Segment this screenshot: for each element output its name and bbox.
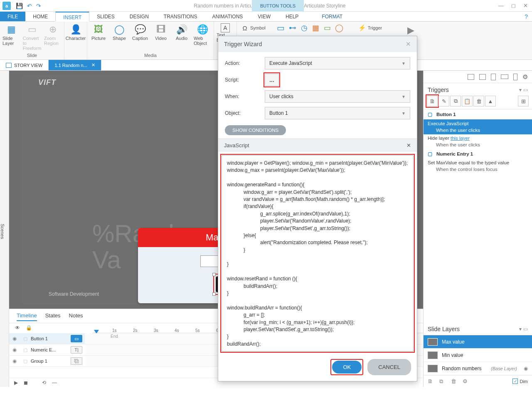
tab-slide-1-1[interactable]: 1.1 Random n...✕ xyxy=(49,60,101,70)
delete-trigger-button[interactable]: 🗑 xyxy=(473,96,484,106)
tab-story-view[interactable]: STORY VIEW xyxy=(0,60,49,70)
close-tab-icon[interactable]: ✕ xyxy=(91,62,95,68)
tool-zoom-region[interactable]: ⊕Zoom Region xyxy=(44,23,62,46)
tool-trigger[interactable]: ⚡Trigger xyxy=(359,24,382,32)
layer-base[interactable]: Random numbers(Base Layer)◉ xyxy=(424,362,532,375)
tool-picture[interactable]: 🖼Picture xyxy=(90,23,107,41)
close-section-icon[interactable]: ✕ xyxy=(406,142,411,148)
tablet-portrait-icon[interactable] xyxy=(491,74,496,80)
panel-menu-icon[interactable]: ▭ xyxy=(523,87,528,93)
resize-handle[interactable] xyxy=(212,273,216,276)
duplicate-layer-button[interactable]: ⧉ xyxy=(439,378,448,385)
phone-portrait-icon[interactable] xyxy=(513,74,517,80)
trigger-action-set-max[interactable]: Set MaxValue equal to the typed value xyxy=(424,159,532,166)
trigger-condition[interactable]: When the user clicks xyxy=(424,127,532,134)
close-dialog-icon[interactable]: ✕ xyxy=(406,40,411,48)
minimize-icon[interactable]: — xyxy=(498,2,504,9)
zoom-out-icon[interactable]: — xyxy=(52,380,57,386)
edit-script-button[interactable]: ... xyxy=(265,74,279,86)
tab-notes[interactable]: Notes xyxy=(69,312,83,321)
tool-character[interactable]: 👤Character xyxy=(67,23,84,41)
paste-trigger-button[interactable]: 📋 xyxy=(462,96,473,106)
trigger-action-exec-js[interactable]: Execute JavaScript xyxy=(424,119,532,127)
layer-min-value[interactable]: Min value xyxy=(424,349,532,362)
context-tab-button-tools[interactable]: BUTTON TOOLS xyxy=(252,0,304,12)
tool-video[interactable]: 🎞Video xyxy=(152,23,170,41)
visibility-toggle[interactable]: ◉ xyxy=(9,347,20,353)
visibility-toggle[interactable]: ◉ xyxy=(9,358,20,364)
button-icon[interactable]: ▭ xyxy=(277,24,285,32)
trigger-object-button1[interactable]: Button 1 xyxy=(424,109,532,119)
tab-slides[interactable]: SLIDES xyxy=(89,12,122,21)
tool-audio[interactable]: 🔊Audio xyxy=(173,23,190,41)
tab-animations[interactable]: ANIMATIONS xyxy=(205,12,251,21)
scenes-panel-collapsed[interactable]: Scenes xyxy=(0,71,9,387)
collapse-icon[interactable]: ▾ xyxy=(519,87,522,93)
tab-states[interactable]: States xyxy=(45,312,61,321)
this-layer-link[interactable]: this layer xyxy=(451,136,470,141)
visibility-toggle[interactable]: ◉ xyxy=(9,336,20,342)
delete-layer-button[interactable]: 🗑 xyxy=(451,378,459,384)
trigger-action-hide-layer[interactable]: Hide layer this layer xyxy=(424,134,532,141)
lock-toggle[interactable]: ▢ xyxy=(20,359,31,364)
tool-shape[interactable]: ◯Shape xyxy=(111,23,128,41)
eye-icon[interactable]: ◉ xyxy=(524,366,528,371)
tab-home[interactable]: HOME xyxy=(25,12,55,21)
tab-view[interactable]: VIEW xyxy=(250,12,278,21)
dim-checkbox[interactable]: ✓ xyxy=(512,379,518,384)
tab-format[interactable]: FORMAT xyxy=(314,12,350,21)
eye-column-icon[interactable]: 👁 xyxy=(15,325,22,332)
edit-trigger-button[interactable]: ✎ xyxy=(438,96,449,106)
tab-timeline[interactable]: Timeline xyxy=(17,312,37,321)
lock-toggle[interactable]: ▢ xyxy=(20,347,31,353)
slider-icon[interactable]: ⊷ xyxy=(289,24,296,32)
maximize-icon[interactable]: ◻ xyxy=(511,2,516,9)
cancel-button[interactable]: CANCEL xyxy=(367,359,411,375)
tool-caption[interactable]: 💬Caption xyxy=(131,23,149,41)
rewind-icon[interactable]: ⟲ xyxy=(42,380,46,386)
tab-design[interactable]: DESIGN xyxy=(122,12,156,21)
undo-icon[interactable]: ↶ xyxy=(27,2,32,9)
variables-button[interactable]: ⊞ xyxy=(518,96,529,106)
tab-transitions[interactable]: TRANSITIONS xyxy=(156,12,205,21)
phone-landscape-icon[interactable] xyxy=(501,74,508,79)
dialog-titlebar[interactable]: Trigger Wizard ✕ xyxy=(218,36,417,52)
resize-handle[interactable] xyxy=(212,292,216,296)
tool-symbol[interactable]: ΩΩ SymbolSymbol xyxy=(241,24,266,32)
lock-toggle[interactable]: ▢ xyxy=(20,336,31,342)
collapse-icon[interactable]: ▾ xyxy=(519,326,522,332)
panel-menu-icon[interactable]: ▭ xyxy=(523,326,528,332)
tab-file[interactable]: FILE xyxy=(0,12,25,21)
move-up-button[interactable]: ▲ xyxy=(485,96,496,106)
play-icon[interactable]: ▶ xyxy=(14,380,18,386)
copy-trigger-button[interactable]: ⧉ xyxy=(450,96,461,106)
input-icon[interactable]: ▭ xyxy=(324,24,331,32)
new-trigger-button[interactable]: 🗎 xyxy=(427,96,438,106)
redo-icon[interactable]: ↷ xyxy=(36,2,41,9)
gear-icon[interactable]: ⚙ xyxy=(522,73,528,81)
close-icon[interactable]: ✕ xyxy=(523,2,528,9)
when-dropdown[interactable]: User clicks▼ xyxy=(265,90,410,103)
trigger-object-numeric[interactable]: Numeric Entry 1 xyxy=(424,149,532,159)
hotspot-icon[interactable]: ▦ xyxy=(312,24,320,32)
tab-insert[interactable]: INSERT xyxy=(55,12,89,22)
trigger-condition[interactable]: When the user clicks xyxy=(424,141,532,149)
desktop-icon[interactable] xyxy=(468,74,474,80)
tablet-landscape-icon[interactable] xyxy=(479,74,486,80)
new-layer-button[interactable]: 🗎 xyxy=(428,378,436,384)
javascript-editor[interactable]: window.player = GetPlayer(); window.g_mi… xyxy=(222,155,414,351)
action-dropdown[interactable]: Execute JavaScript▼ xyxy=(265,57,410,69)
ok-button[interactable]: OK xyxy=(332,361,362,374)
trigger-condition[interactable]: When the control loses focus xyxy=(424,166,532,173)
help-icon[interactable]: ? xyxy=(525,12,528,21)
tool-convert-freeform[interactable]: ▭Convert to Freeform xyxy=(23,23,41,51)
save-icon[interactable]: 💾 xyxy=(16,2,23,9)
layer-max-value[interactable]: Max value xyxy=(424,335,532,349)
stop-icon[interactable]: ◼ xyxy=(24,380,28,386)
object-dropdown[interactable]: Button 1▼ xyxy=(265,107,410,119)
tool-player[interactable]: ▶ xyxy=(402,24,419,37)
show-conditions-button[interactable]: SHOW CONDITIONS xyxy=(225,125,286,135)
tool-web-object[interactable]: 🌐Web Object xyxy=(194,23,211,46)
lock-column-icon[interactable]: 🔒 xyxy=(26,325,33,332)
tab-help[interactable]: HELP xyxy=(278,12,306,21)
